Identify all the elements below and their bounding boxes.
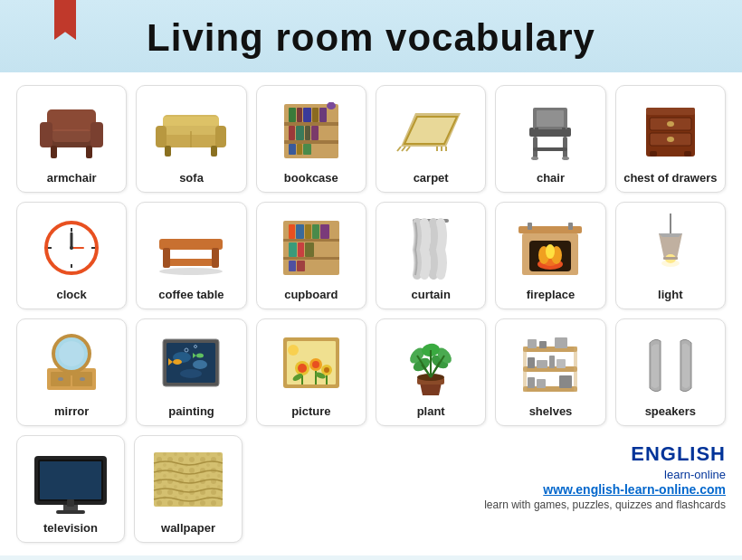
svg-rect-171 bbox=[56, 510, 85, 514]
vocab-item-armchair: armchair bbox=[16, 85, 127, 193]
svg-rect-165 bbox=[528, 377, 535, 388]
vocab-item-mirror: mirror bbox=[16, 318, 127, 426]
svg-rect-162 bbox=[549, 356, 555, 368]
brand-tagline: learn with games, puzzles, quizzes and f… bbox=[484, 498, 726, 511]
clock-label: clock bbox=[57, 288, 87, 303]
svg-rect-21 bbox=[312, 108, 319, 122]
vocab-item-curtain: curtain bbox=[376, 202, 486, 309]
chair-image bbox=[505, 93, 595, 166]
speakers-label: speakers bbox=[645, 404, 696, 420]
svg-rect-169 bbox=[574, 346, 577, 392]
clock-image bbox=[26, 210, 117, 282]
svg-point-119 bbox=[180, 369, 202, 378]
bottom-items: television bbox=[16, 435, 243, 543]
svg-rect-168 bbox=[523, 346, 527, 392]
vocab-item-chest-of-drawers: chest of drawers bbox=[615, 85, 726, 193]
svg-rect-84 bbox=[298, 242, 304, 257]
svg-rect-52 bbox=[646, 108, 695, 115]
svg-point-133 bbox=[312, 361, 319, 368]
mirror-image bbox=[26, 327, 117, 399]
svg-rect-163 bbox=[556, 359, 566, 368]
sofa-image bbox=[146, 93, 236, 166]
svg-rect-175 bbox=[40, 461, 101, 499]
fireplace-image bbox=[505, 210, 595, 282]
brand-url[interactable]: www.english-learn-online.com bbox=[543, 482, 726, 497]
vocab-grid-row2: clock coffee table bbox=[16, 202, 726, 309]
vocab-item-cupboard: cupboard bbox=[256, 202, 366, 309]
svg-point-122 bbox=[196, 353, 204, 357]
svg-point-135 bbox=[324, 367, 329, 373]
svg-rect-17 bbox=[284, 140, 338, 144]
svg-rect-157 bbox=[539, 341, 547, 348]
svg-rect-43 bbox=[537, 110, 564, 127]
svg-rect-82 bbox=[320, 224, 329, 239]
brand-english: ENGLISH bbox=[631, 442, 726, 465]
mirror-label: mirror bbox=[54, 404, 89, 420]
painting-image bbox=[146, 327, 236, 399]
svg-rect-12 bbox=[211, 146, 217, 157]
armchair-image bbox=[26, 93, 117, 166]
carpet-image bbox=[385, 93, 476, 166]
bookcase-label: bookcase bbox=[284, 171, 338, 186]
svg-rect-79 bbox=[296, 224, 304, 239]
vocab-item-painting: painting bbox=[136, 318, 246, 426]
svg-rect-18 bbox=[289, 108, 296, 122]
svg-rect-59 bbox=[650, 151, 657, 157]
svg-point-118 bbox=[193, 360, 207, 369]
vocab-item-carpet: carpet bbox=[376, 85, 486, 193]
coffee-table-image bbox=[146, 210, 236, 282]
svg-rect-5 bbox=[86, 146, 92, 158]
vocab-item-shelves: shelves bbox=[495, 318, 605, 426]
chest-of-drawers-image bbox=[625, 93, 716, 166]
svg-rect-1 bbox=[47, 109, 96, 131]
bookcase-image bbox=[266, 93, 357, 166]
svg-rect-60 bbox=[684, 151, 691, 157]
svg-rect-72 bbox=[163, 248, 170, 268]
svg-point-112 bbox=[59, 341, 84, 366]
svg-rect-47 bbox=[562, 128, 566, 137]
vocab-item-speakers: speakers bbox=[615, 318, 726, 426]
plant-image bbox=[385, 327, 476, 399]
svg-rect-71 bbox=[166, 259, 215, 266]
light-image bbox=[625, 210, 716, 282]
light-label: light bbox=[658, 288, 682, 303]
page-header: Living room vocabulary bbox=[0, 0, 742, 72]
svg-rect-24 bbox=[328, 102, 334, 108]
sofa-label: sofa bbox=[179, 171, 204, 186]
svg-rect-98 bbox=[568, 223, 573, 230]
shelves-label: shelves bbox=[529, 404, 573, 420]
plant-label: plant bbox=[417, 404, 445, 420]
svg-rect-30 bbox=[297, 144, 302, 155]
shelves-image bbox=[505, 327, 595, 399]
svg-rect-77 bbox=[283, 257, 339, 260]
svg-point-49 bbox=[531, 157, 538, 160]
vocab-item-picture: picture bbox=[256, 318, 366, 426]
svg-rect-10 bbox=[215, 126, 226, 147]
vocab-item-clock: clock bbox=[16, 202, 127, 309]
television-image bbox=[25, 443, 116, 516]
svg-rect-3 bbox=[90, 122, 103, 147]
painting-label: painting bbox=[168, 404, 214, 420]
svg-rect-4 bbox=[51, 146, 57, 158]
svg-rect-9 bbox=[156, 126, 166, 147]
svg-point-141 bbox=[288, 345, 299, 356]
svg-rect-113 bbox=[69, 370, 74, 375]
branding: ENGLISH learn-online www.english-learn-o… bbox=[484, 435, 726, 518]
svg-rect-19 bbox=[297, 108, 302, 122]
svg-rect-78 bbox=[289, 224, 295, 239]
svg-rect-16 bbox=[284, 122, 338, 126]
cupboard-label: cupboard bbox=[284, 288, 338, 303]
curtain-label: curtain bbox=[411, 288, 450, 303]
svg-rect-156 bbox=[528, 339, 537, 348]
brand-learn: learn-online bbox=[664, 468, 726, 481]
svg-point-50 bbox=[562, 157, 569, 160]
svg-rect-85 bbox=[305, 242, 314, 257]
main-content: armchair bbox=[0, 72, 742, 555]
svg-point-55 bbox=[667, 121, 674, 127]
curtain-image bbox=[385, 210, 476, 282]
speakers-image bbox=[625, 327, 716, 399]
fireplace-label: fireplace bbox=[527, 288, 575, 303]
vocab-item-plant: plant bbox=[376, 318, 486, 426]
vocab-item-bookcase: bookcase bbox=[256, 85, 366, 193]
svg-point-58 bbox=[667, 137, 674, 142]
